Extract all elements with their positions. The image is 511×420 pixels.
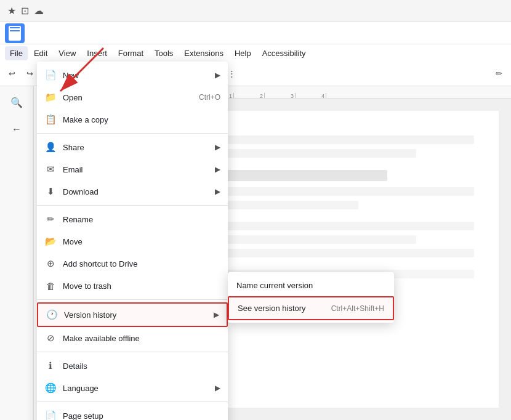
share-icon: 👤 xyxy=(44,141,57,153)
menu-divider-3 xyxy=(37,299,228,300)
trash-icon: 🗑 xyxy=(44,280,57,292)
move-icon: 📂 xyxy=(44,235,57,248)
menu-tools[interactable]: Tools xyxy=(150,46,178,60)
menu-item-share[interactable]: 👤 Share ▶ xyxy=(37,136,228,158)
menu-offline-label: Make available offline xyxy=(63,334,220,343)
menu-item-email[interactable]: ✉ Email ▶ xyxy=(37,158,228,180)
menu-item-trash[interactable]: 🗑 Move to trash xyxy=(37,275,228,297)
shortcut-icon: ⊕ xyxy=(44,257,57,270)
menu-page-setup-label: Page setup xyxy=(63,411,220,421)
star-icon[interactable]: ★ xyxy=(7,5,16,17)
menu-accessibility[interactable]: Accessibility xyxy=(257,46,311,60)
version-arrow: ▶ xyxy=(214,310,219,319)
menu-view[interactable]: View xyxy=(54,46,81,60)
menu-item-download[interactable]: ⬇ Download ▶ xyxy=(37,180,228,203)
open-icon: 📁 xyxy=(44,91,57,103)
menu-item-make-copy[interactable]: 📋 Make a copy xyxy=(37,108,228,131)
doc-line xyxy=(185,135,474,144)
menu-item-move[interactable]: 📂 Move xyxy=(37,230,228,252)
menu-item-shortcut[interactable]: ⊕ Add shortcut to Drive xyxy=(37,252,228,275)
docs-topbar xyxy=(0,22,511,44)
doc-section-1 xyxy=(185,135,474,158)
email-icon: ✉ xyxy=(44,163,57,176)
menu-divider-5 xyxy=(37,402,228,402)
menu-insert[interactable]: Insert xyxy=(82,46,112,60)
undo-button[interactable]: ↩ xyxy=(5,67,19,81)
menu-email-label: Email xyxy=(63,165,212,174)
doc-line xyxy=(185,187,474,196)
edit-pencil-button[interactable]: ✏ xyxy=(492,67,506,81)
download-arrow: ▶ xyxy=(215,187,220,196)
browser-bar: ★ ⊡ ☁ xyxy=(0,0,511,22)
menu-download-label: Download xyxy=(63,187,212,196)
language-arrow: ▶ xyxy=(215,384,220,392)
menu-edit[interactable]: Edit xyxy=(29,46,52,60)
version-submenu: Name current version See version history… xyxy=(228,272,394,323)
submenu-item-see-version[interactable]: See version history Ctrl+Alt+Shift+H xyxy=(228,296,394,320)
ruler-mark-2: 2 xyxy=(234,93,265,98)
menu-copy-label: Make a copy xyxy=(63,115,220,124)
sidebar: 🔍 ← xyxy=(0,86,34,420)
grid-icon[interactable]: ⊡ xyxy=(21,5,29,17)
version-history-icon: 🕐 xyxy=(46,309,58,321)
email-arrow: ▶ xyxy=(215,165,220,174)
menu-item-page-setup[interactable]: 📄 Page setup xyxy=(37,405,228,420)
cloud-icon[interactable]: ☁ xyxy=(34,5,44,17)
copy-icon: 📋 xyxy=(44,113,57,126)
menu-item-version-history[interactable]: 🕐 Version history ▶ xyxy=(37,302,228,327)
language-icon: 🌐 xyxy=(44,382,57,394)
menu-item-details[interactable]: ℹ Details xyxy=(37,355,228,377)
search-sidebar-button[interactable]: 🔍 xyxy=(6,91,28,113)
menu-divider-1 xyxy=(37,133,228,134)
menu-trash-label: Move to trash xyxy=(63,281,220,291)
menu-format[interactable]: Format xyxy=(113,46,148,60)
doc-line xyxy=(185,222,474,230)
menu-divider-2 xyxy=(37,205,228,206)
new-icon: 📄 xyxy=(44,69,57,81)
download-icon: ⬇ xyxy=(44,185,57,198)
name-version-label: Name current version xyxy=(236,281,313,290)
menu-shortcut-label: Add shortcut to Drive xyxy=(63,259,220,269)
menu-item-rename[interactable]: ✏ Rename xyxy=(37,208,228,230)
menu-item-offline[interactable]: ⊘ Make available offline xyxy=(37,327,228,349)
menu-open-label: Open xyxy=(63,93,194,102)
details-icon: ℹ xyxy=(44,360,57,372)
open-shortcut: Ctrl+O xyxy=(199,93,220,102)
docs-logo-inner xyxy=(9,26,21,41)
back-sidebar-button[interactable]: ← xyxy=(6,118,28,140)
menu-extensions[interactable]: Extensions xyxy=(179,46,228,60)
doc-section-3 xyxy=(185,222,474,257)
page-setup-icon: 📄 xyxy=(44,410,57,420)
docs-logo[interactable] xyxy=(5,23,25,43)
redo-button[interactable]: ↪ xyxy=(23,67,37,81)
menu-new-label: New xyxy=(63,71,212,80)
see-version-shortcut: Ctrl+Alt+Shift+H xyxy=(331,304,384,313)
ruler-mark-4: 4 xyxy=(296,93,326,98)
menu-details-label: Details xyxy=(63,361,220,371)
menu-help[interactable]: Help xyxy=(230,46,256,60)
share-arrow: ▶ xyxy=(215,143,220,151)
see-version-label: See version history xyxy=(238,304,306,313)
file-menu: 📄 New ▶ 📁 Open Ctrl+O 📋 Make a copy 👤 Sh… xyxy=(37,62,228,420)
menu-item-new[interactable]: 📄 New ▶ xyxy=(37,64,228,86)
menu-file[interactable]: File xyxy=(5,46,28,60)
menu-version-label: Version history xyxy=(64,310,211,320)
menu-item-open[interactable]: 📁 Open Ctrl+O xyxy=(37,86,228,108)
new-arrow: ▶ xyxy=(215,71,220,79)
offline-icon: ⊘ xyxy=(44,332,57,344)
menu-move-label: Move xyxy=(63,237,220,246)
menu-bar: File Edit View Insert Format Tools Exten… xyxy=(0,44,511,62)
submenu-item-name-version[interactable]: Name current version xyxy=(228,275,394,296)
menu-share-label: Share xyxy=(63,143,212,152)
ruler-mark-3: 3 xyxy=(265,93,296,98)
browser-icons: ★ ⊡ ☁ xyxy=(7,5,44,17)
doc-section-2 xyxy=(185,170,474,209)
menu-rename-label: Rename xyxy=(63,215,220,224)
doc-line xyxy=(185,249,474,257)
menu-item-language[interactable]: 🌐 Language ▶ xyxy=(37,377,228,399)
menu-language-label: Language xyxy=(63,384,212,393)
menu-divider-4 xyxy=(37,352,228,352)
rename-icon: ✏ xyxy=(44,213,57,225)
